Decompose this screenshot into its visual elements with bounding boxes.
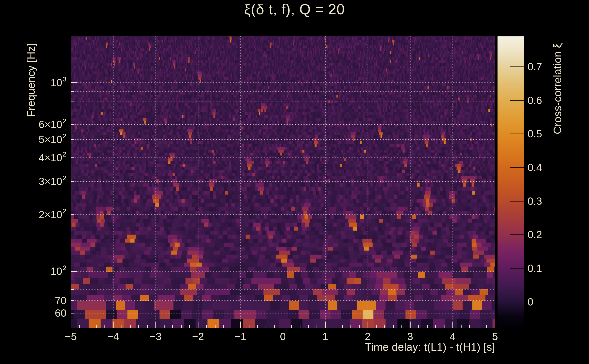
y-tick-label: 103 xyxy=(51,76,66,89)
colorbar-title: Cross-correlation ξ xyxy=(551,16,564,162)
x-tick-label: 2 xyxy=(350,330,386,343)
plot-title: ξ(δ t, f), Q = 20 xyxy=(0,1,589,18)
x-tick-label: 0 xyxy=(265,330,301,343)
y-tick-label: 6×102 xyxy=(39,118,66,131)
spectrogram-canvas xyxy=(0,0,589,364)
figure: ξ(δ t, f), Q = 20 Frequency [Hz] Time de… xyxy=(0,0,589,364)
colorbar-tick-label: 0 xyxy=(528,296,533,308)
x-tick-label: −2 xyxy=(180,330,216,343)
x-tick-label: 1 xyxy=(307,330,343,343)
y-tick-label: 2×102 xyxy=(39,208,66,221)
x-tick-label: 5 xyxy=(477,330,513,343)
y-tick-label: 4×102 xyxy=(39,151,66,164)
x-tick-label: −1 xyxy=(222,330,259,343)
y-tick-label: 3×102 xyxy=(39,175,66,188)
colorbar-tick-label: 0.2 xyxy=(528,228,542,241)
x-tick-label: −4 xyxy=(95,330,131,343)
x-tick-label: −5 xyxy=(52,330,89,343)
colorbar-tick-label: 0.5 xyxy=(528,127,542,140)
y-tick-label: 70 xyxy=(55,294,66,307)
colorbar-tick-label: 0.7 xyxy=(528,60,542,73)
x-tick-label: 3 xyxy=(392,330,428,343)
colorbar-tick-label: 0.4 xyxy=(528,161,542,174)
x-tick-label: 4 xyxy=(434,330,471,343)
colorbar-tick-label: 0.3 xyxy=(528,195,542,208)
x-axis-title: Time delay: t(L1) - t(H1) [s] xyxy=(268,341,495,353)
colorbar-tick-label: 0.6 xyxy=(528,94,542,107)
colorbar-tick-label: 0.1 xyxy=(528,262,542,275)
y-tick-label: 102 xyxy=(51,265,66,278)
x-tick-label: −3 xyxy=(137,330,174,343)
y-tick-label: 60 xyxy=(55,307,66,319)
y-tick-label: 5×102 xyxy=(39,133,66,146)
y-axis-title: Frequency [Hz] xyxy=(24,12,38,148)
